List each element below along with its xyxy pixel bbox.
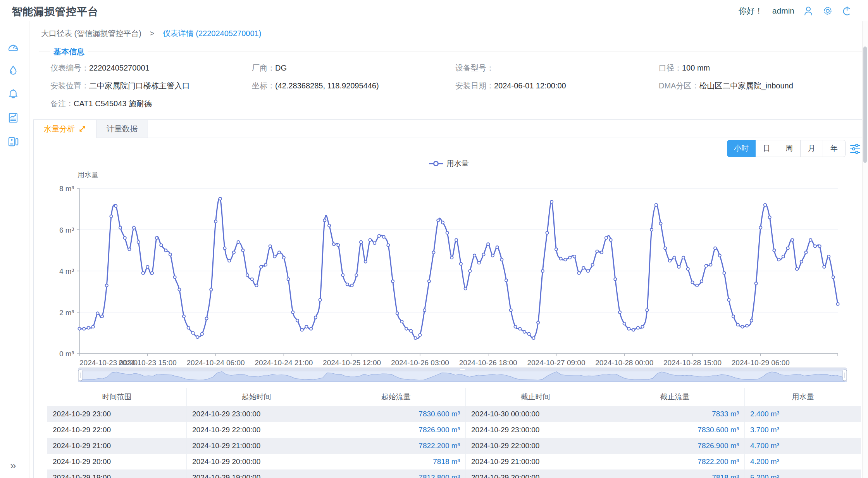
chart-legend[interactable]: 用水量 — [34, 159, 863, 169]
tab-bar: 水量分析计量数据 — [34, 120, 863, 138]
table-header-row: 时间范围起始时间起始流量截止时间截止流量用水量 — [47, 388, 861, 406]
page-scrollbar[interactable] — [862, 21, 868, 478]
sidebar-item-dashboard-icon[interactable] — [7, 41, 20, 54]
table-cell: 2.400 m³ — [745, 406, 861, 422]
y-tick-label: 6 m³ — [59, 226, 74, 234]
table-cell: 2024-10-29 19:00:00 — [187, 470, 326, 478]
x-tick-label: 2024-10-24 21:00 — [255, 359, 313, 367]
expand-fullscreen-icon[interactable] — [79, 125, 86, 133]
table-cell: 2024-10-29 20:00:00 — [187, 454, 326, 469]
info-field-3: 口径：100 mm — [659, 63, 863, 73]
x-tick-label: 2024-10-28 00:00 — [595, 359, 653, 367]
sidebar-item-alarm-bell-icon[interactable] — [7, 87, 20, 100]
time-range-button-group: 小时日周月年 — [727, 140, 846, 157]
table-cell: 2024-10-29 22:00:00 — [187, 422, 326, 438]
table-row[interactable]: 2024-10-29 19:002024-10-29 19:00:007812.… — [47, 470, 861, 478]
range-button-0[interactable]: 小时 — [727, 140, 756, 157]
y-tick-label: 8 m³ — [59, 185, 74, 193]
breadcrumb-parent[interactable]: 大口径表 (智信漏损管控平台) — [41, 29, 141, 38]
table-cell: 7826.900 m³ — [605, 438, 745, 454]
chart-settings-sliders-icon[interactable] — [849, 143, 861, 155]
info-field-8: 备注：CAT1 C545043 施耐德 — [50, 98, 252, 109]
scrollbar-thumb[interactable] — [863, 47, 867, 163]
table-cell: 7830.600 m³ — [326, 406, 466, 422]
usage-line-series — [79, 198, 838, 338]
breadcrumb-current[interactable]: 仪表详情 (22202405270001) — [163, 29, 262, 38]
settings-gear-icon[interactable] — [822, 5, 833, 16]
table-cell: 2024-10-29 23:00:00 — [466, 422, 605, 438]
table-cell: 2024-10-29 20:00:00 — [466, 470, 605, 478]
table-cell: 2024-10-29 23:00 — [47, 406, 187, 422]
x-tick-label: 2024-10-26 18:00 — [459, 359, 517, 367]
x-tick-label: 2024-10-27 09:00 — [527, 359, 585, 367]
table-cell: 2024-10-30 00:00:00 — [466, 406, 605, 422]
table-cell: 2024-10-29 22:00 — [47, 422, 187, 438]
basic-info-title: 基本信息 — [50, 47, 88, 57]
x-tick-label: 2024-10-29 06:00 — [732, 359, 790, 367]
table-cell: 2024-10-29 21:00 — [47, 438, 187, 454]
logout-power-icon[interactable] — [842, 5, 852, 16]
table-cell: 2024-10-29 21:00:00 — [187, 438, 326, 454]
table-header-5: 用水量 — [745, 388, 861, 406]
table-cell: 7818 m³ — [326, 454, 466, 469]
table-cell: 2024-10-29 23:00:00 — [187, 406, 326, 422]
y-tick-label: 2 m³ — [59, 309, 74, 317]
top-header: 智能漏损管控平台 你好！ admin — [0, 0, 868, 22]
sidebar-item-device-icon[interactable] — [7, 135, 20, 148]
info-field-4: 安装位置：二中家属院门口楼栋主管入口 — [50, 81, 252, 91]
info-field-6: 安装日期：2024-06-01 12:00:00 — [455, 81, 659, 91]
table-row[interactable]: 2024-10-29 22:002024-10-29 22:00:007826.… — [47, 422, 861, 438]
sidebar: » — [0, 21, 29, 478]
table-row[interactable]: 2024-10-29 21:002024-10-29 21:00:007822.… — [47, 438, 861, 454]
table-cell: 7822.200 m³ — [605, 454, 745, 469]
info-field-1: 厂商：DG — [252, 63, 455, 73]
table-cell: 7822.200 m³ — [326, 438, 466, 454]
basic-info-grid: 仪表编号：22202405270001厂商：DG设备型号：口径：100 mm安装… — [39, 52, 863, 109]
basic-info-section: 基本信息 仪表编号：22202405270001厂商：DG设备型号：口径：100… — [39, 52, 863, 109]
username: admin — [772, 6, 794, 16]
sidebar-expand-chevrons[interactable]: » — [10, 459, 16, 472]
hourly-usage-table: 时间范围起始时间起始流量截止时间截止流量用水量2024-10-29 23:002… — [47, 388, 861, 478]
table-cell: 7818 m³ — [605, 470, 745, 478]
user-area: 你好！ admin — [739, 0, 852, 21]
table-cell: 5.200 m³ — [745, 470, 861, 478]
range-button-2[interactable]: 周 — [778, 140, 801, 157]
tab-metering-data[interactable]: 计量数据 — [96, 120, 148, 138]
x-tick-label: 2024-10-26 03:00 — [391, 359, 449, 367]
breadcrumb: 大口径表 (智信漏损管控平台) > 仪表详情 (22202405270001) — [41, 28, 261, 39]
y-tick-label: 4 m³ — [59, 267, 74, 275]
table-row[interactable]: 2024-10-29 20:002024-10-29 20:00:007818 … — [47, 454, 861, 470]
tab-water-analysis[interactable]: 水量分析 — [34, 120, 96, 138]
user-icon[interactable] — [803, 5, 814, 16]
table-cell: 7812.800 m³ — [326, 470, 466, 478]
y-tick-label: 0 m³ — [59, 350, 74, 358]
datazoom-slider[interactable] — [78, 368, 847, 382]
x-tick-label: 2024-10-23 15:00 — [119, 359, 177, 367]
info-field-2: 设备型号： — [455, 63, 659, 73]
legend-label: 用水量 — [447, 159, 469, 169]
screen: 智能漏损管控平台 你好！ admin — [0, 0, 868, 478]
info-field-7: DMA分区：松山区二中家属院_inbound — [659, 81, 863, 91]
table-cell: 4.200 m³ — [745, 454, 861, 469]
water-usage-line-chart: 0 m³2 m³4 m³6 m³8 m³2024-10-23 00:002024… — [78, 178, 839, 372]
x-tick-label: 2024-10-24 06:00 — [187, 359, 245, 367]
range-button-1[interactable]: 日 — [755, 140, 778, 157]
x-tick-label: 2024-10-25 12:00 — [323, 359, 381, 367]
table-header-4: 截止流量 — [605, 388, 745, 406]
table-header-1: 起始时间 — [187, 388, 326, 406]
range-button-3[interactable]: 月 — [800, 140, 823, 157]
table-cell: 7826.900 m³ — [326, 422, 466, 438]
table-row[interactable]: 2024-10-29 23:002024-10-29 23:00:007830.… — [47, 406, 861, 422]
breadcrumb-separator: > — [150, 29, 154, 38]
table-header-0: 时间范围 — [47, 388, 187, 406]
greeting-text: 你好！ — [739, 5, 763, 16]
table-cell: 2024-10-29 22:00:00 — [466, 438, 605, 454]
table-cell: 7833 m³ — [605, 406, 745, 422]
sidebar-item-report-icon[interactable] — [7, 111, 20, 124]
analysis-card: 水量分析计量数据 小时日周月年 用水量 用水量 0 m³2 m³4 m³6 m³… — [33, 119, 864, 478]
sidebar-item-water-drop-icon[interactable] — [7, 64, 20, 77]
info-field-5: 坐标：(42.28368285, 118.92095446) — [252, 81, 455, 91]
main-content: 大口径表 (智信漏损管控平台) > 仪表详情 (22202405270001) … — [29, 21, 868, 478]
range-button-4[interactable]: 年 — [823, 140, 846, 157]
table-cell: 7830.600 m³ — [605, 422, 745, 438]
